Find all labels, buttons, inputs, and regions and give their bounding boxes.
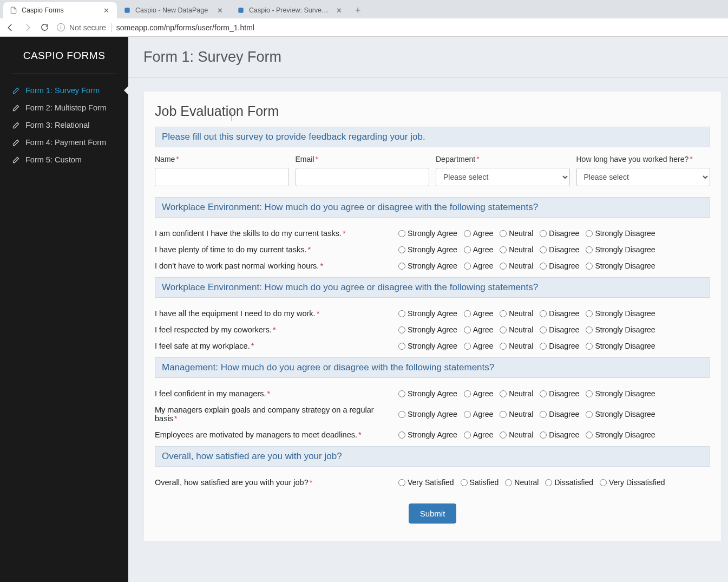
radio-option[interactable]: Satisfied xyxy=(461,478,499,487)
radio-input[interactable] xyxy=(505,479,512,486)
radio-input[interactable] xyxy=(398,246,405,253)
radio-input[interactable] xyxy=(586,310,593,317)
radio-input[interactable] xyxy=(586,326,593,333)
sidebar-item[interactable]: Form 2: Multistep Form xyxy=(0,99,128,116)
tab-close-icon[interactable]: ✕ xyxy=(334,5,344,16)
radio-input[interactable] xyxy=(540,390,547,397)
radio-option[interactable]: Strongly Agree xyxy=(398,261,457,270)
radio-option[interactable]: Strongly Agree xyxy=(398,410,457,418)
sidebar-item[interactable]: Form 5: Custom xyxy=(0,151,128,168)
radio-option[interactable]: Disagree xyxy=(540,245,579,254)
radio-input[interactable] xyxy=(540,411,547,418)
radio-input[interactable] xyxy=(540,246,547,253)
radio-input[interactable] xyxy=(500,326,507,333)
radio-input[interactable] xyxy=(398,390,405,397)
radio-input[interactable] xyxy=(540,431,547,439)
radio-option[interactable]: Disagree xyxy=(540,309,579,318)
radio-input[interactable] xyxy=(540,230,547,237)
forward-button[interactable] xyxy=(23,23,32,32)
radio-input[interactable] xyxy=(500,431,507,439)
radio-input[interactable] xyxy=(500,263,507,270)
reload-button[interactable] xyxy=(40,23,49,32)
radio-input[interactable] xyxy=(500,246,507,253)
back-button[interactable] xyxy=(5,23,15,32)
radio-input[interactable] xyxy=(586,390,593,397)
radio-input[interactable] xyxy=(540,326,547,333)
radio-input[interactable] xyxy=(500,310,507,317)
radio-input[interactable] xyxy=(398,326,405,333)
radio-input[interactable] xyxy=(586,343,593,350)
sidebar-item[interactable]: Form 3: Relational xyxy=(0,116,128,134)
radio-input[interactable] xyxy=(398,230,405,237)
radio-option[interactable]: Neutral xyxy=(500,245,533,254)
radio-option[interactable]: Agree xyxy=(464,245,493,254)
radio-option[interactable]: Strongly Agree xyxy=(398,245,457,254)
radio-input[interactable] xyxy=(600,479,607,486)
radio-option[interactable]: Neutral xyxy=(500,430,533,439)
radio-input[interactable] xyxy=(500,390,507,397)
radio-option[interactable]: Strongly Disagree xyxy=(586,430,655,439)
radio-option[interactable]: Dissatisfied xyxy=(545,478,593,487)
radio-option[interactable]: Agree xyxy=(464,410,493,418)
radio-input[interactable] xyxy=(540,263,547,270)
radio-option[interactable]: Neutral xyxy=(500,410,533,418)
radio-input[interactable] xyxy=(464,390,471,397)
radio-option[interactable]: Disagree xyxy=(540,325,579,334)
radio-option[interactable]: Neutral xyxy=(500,309,533,318)
radio-input[interactable] xyxy=(464,263,471,270)
radio-input[interactable] xyxy=(398,343,405,350)
name-input[interactable] xyxy=(155,168,289,186)
sidebar-item[interactable]: Form 1: Survey Form xyxy=(0,82,128,99)
radio-option[interactable]: Agree xyxy=(464,430,493,439)
radio-input[interactable] xyxy=(398,263,405,270)
radio-input[interactable] xyxy=(464,326,471,333)
radio-option[interactable]: Neutral xyxy=(500,325,533,334)
new-tab-button[interactable]: + xyxy=(350,2,366,18)
radio-option[interactable]: Neutral xyxy=(500,229,533,238)
radio-input[interactable] xyxy=(461,479,468,486)
radio-input[interactable] xyxy=(464,431,471,439)
radio-option[interactable]: Disagree xyxy=(540,261,579,270)
radio-option[interactable]: Disagree xyxy=(540,389,579,398)
radio-input[interactable] xyxy=(398,310,405,317)
browser-tab[interactable]: Caspio Forms✕ xyxy=(3,2,117,18)
department-select[interactable]: Please select xyxy=(436,168,570,186)
radio-option[interactable]: Disagree xyxy=(540,430,579,439)
radio-input[interactable] xyxy=(500,411,507,418)
radio-option[interactable]: Strongly Disagree xyxy=(586,245,655,254)
radio-option[interactable]: Neutral xyxy=(505,478,539,487)
sidebar-item[interactable]: Form 4: Payment Form xyxy=(0,134,128,151)
address-bar[interactable]: i Not secure someapp.com/np/forms/user/f… xyxy=(57,23,723,32)
radio-input[interactable] xyxy=(586,411,593,418)
radio-input[interactable] xyxy=(586,263,593,270)
radio-option[interactable]: Disagree xyxy=(540,342,579,350)
radio-option[interactable]: Disagree xyxy=(540,229,579,238)
radio-option[interactable]: Strongly Disagree xyxy=(586,309,655,318)
radio-input[interactable] xyxy=(545,479,552,486)
radio-input[interactable] xyxy=(464,246,471,253)
radio-option[interactable]: Agree xyxy=(464,261,493,270)
radio-input[interactable] xyxy=(464,343,471,350)
radio-input[interactable] xyxy=(540,343,547,350)
radio-option[interactable]: Neutral xyxy=(500,389,533,398)
radio-input[interactable] xyxy=(464,230,471,237)
radio-option[interactable]: Strongly Disagree xyxy=(586,342,655,350)
radio-option[interactable]: Neutral xyxy=(500,261,533,270)
radio-input[interactable] xyxy=(586,230,593,237)
radio-input[interactable] xyxy=(398,411,405,418)
tab-close-icon[interactable]: ✕ xyxy=(215,5,225,16)
radio-input[interactable] xyxy=(540,310,547,317)
radio-input[interactable] xyxy=(500,230,507,237)
radio-option[interactable]: Strongly Disagree xyxy=(586,410,655,418)
radio-option[interactable]: Strongly Agree xyxy=(398,430,457,439)
radio-input[interactable] xyxy=(464,310,471,317)
radio-input[interactable] xyxy=(500,343,507,350)
radio-option[interactable]: Very Dissatisfied xyxy=(600,478,665,487)
radio-option[interactable]: Agree xyxy=(464,389,493,398)
radio-option[interactable]: Agree xyxy=(464,229,493,238)
radio-input[interactable] xyxy=(586,431,593,439)
radio-option[interactable]: Very Satisfied xyxy=(398,478,454,487)
browser-tab[interactable]: Caspio - Preview: Survey Form✕ xyxy=(231,2,350,18)
radio-option[interactable]: Agree xyxy=(464,325,493,334)
radio-input[interactable] xyxy=(464,411,471,418)
